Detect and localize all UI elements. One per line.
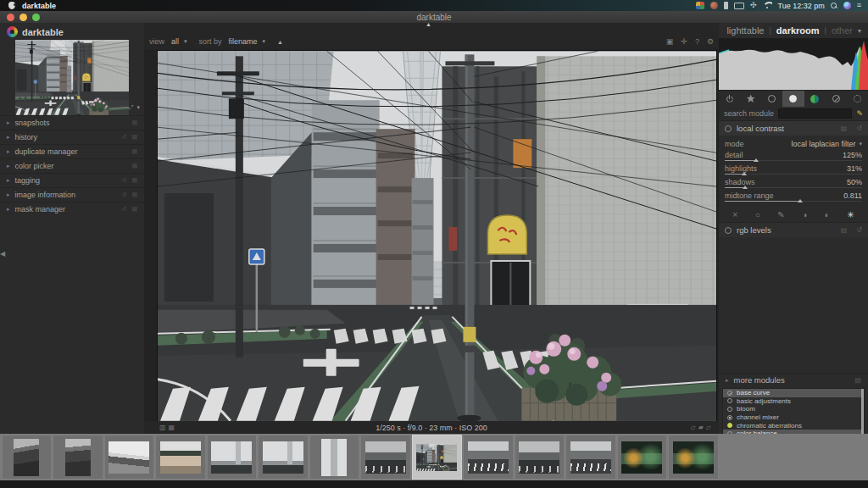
scrollbar[interactable] xyxy=(861,389,864,440)
highlights-slider[interactable]: highlights31% xyxy=(725,164,862,177)
module-mask-manager[interactable]: ▸ mask manager ↺ ▤ xyxy=(0,202,144,216)
overlays-icon[interactable]: ✛ xyxy=(681,37,687,46)
midtone-range-slider[interactable]: midtone range0.811 xyxy=(725,191,862,204)
tab-lighttable[interactable]: lighttable xyxy=(726,25,764,36)
wifi-icon[interactable] xyxy=(763,2,772,9)
chevron-down-icon[interactable]: ▾ xyxy=(184,38,187,45)
filmstrip-thumbnail[interactable] xyxy=(617,435,668,480)
tab-darkroom[interactable]: darkroom xyxy=(776,25,820,36)
status-round-app-icon[interactable] xyxy=(710,2,718,9)
presets-icon[interactable]: ▤ xyxy=(131,134,137,141)
filmstrip-thumbnail[interactable] xyxy=(565,435,616,480)
slider-handle[interactable] xyxy=(742,172,747,175)
more-module-base-curve[interactable]: base curve xyxy=(723,389,864,397)
module-tagging[interactable]: ▸ tagging ↺ ▤ xyxy=(0,173,144,187)
presets-icon[interactable]: ▤ xyxy=(131,191,137,198)
expand-top-panel-icon[interactable]: ▲ xyxy=(426,21,431,27)
blend-parametric-mask-icon[interactable]: ◑ xyxy=(802,210,807,219)
more-modules-header[interactable]: ▸ more modules ▤ xyxy=(719,373,868,386)
apple-menu-icon[interactable] xyxy=(8,2,15,9)
more-module-basic-adjustments[interactable]: basic adjustments xyxy=(723,397,864,406)
filmstrip-thumbnail[interactable] xyxy=(360,435,411,480)
presets-icon[interactable]: ▤ xyxy=(854,376,861,384)
more-module-chromatic-aberrations[interactable]: chromatic aberrations xyxy=(723,421,864,430)
module-snapshots[interactable]: ▸ snapshots ▤ xyxy=(0,115,144,130)
display-toggle-icons[interactable]: ▱▰▱ xyxy=(691,424,714,431)
shadows-slider[interactable]: shadows50% xyxy=(725,177,862,191)
module-color-picker[interactable]: ▸ color picker ▤ xyxy=(0,158,144,173)
more-module-bloom[interactable]: bloom xyxy=(723,405,864,413)
blend-uniform-icon[interactable]: ○ xyxy=(755,210,760,219)
slider-handle[interactable] xyxy=(754,158,759,162)
tab-basic-group[interactable] xyxy=(761,91,782,107)
presets-icon[interactable]: ▤ xyxy=(841,226,848,234)
presets-icon[interactable]: ▤ xyxy=(131,206,137,213)
view-select[interactable]: all xyxy=(171,37,179,46)
chevron-down-icon[interactable]: ▾ xyxy=(858,27,861,35)
zoom-fit-icon[interactable]: ⤢ ▾ xyxy=(129,104,141,111)
presets-icon[interactable]: ▤ xyxy=(131,148,137,155)
filmstrip-thumbnail[interactable] xyxy=(104,435,155,480)
blend-drawn-parametric-icon[interactable]: ◐ xyxy=(825,210,830,219)
preferences-gear-icon[interactable]: ⚙ xyxy=(707,37,714,46)
sort-select[interactable]: filename xyxy=(229,37,258,46)
blend-drawn-mask-icon[interactable]: ✎ xyxy=(777,210,784,219)
status-colorful-app-icon[interactable] xyxy=(696,2,704,9)
spotlight-search-icon[interactable] xyxy=(831,3,837,9)
pencil-icon[interactable]: ✎ xyxy=(856,109,863,118)
slider-handle[interactable] xyxy=(798,199,803,202)
tab-effects-group[interactable] xyxy=(847,91,868,107)
slider-handle[interactable] xyxy=(743,186,748,189)
reset-icon[interactable]: ↺ xyxy=(856,226,862,234)
reset-icon[interactable]: ↺ xyxy=(122,177,127,184)
filmstrip-thumbnail[interactable] xyxy=(155,435,206,480)
detail-slider[interactable]: detail125% xyxy=(725,150,862,164)
tab-color-group[interactable] xyxy=(804,91,826,107)
darkroom-canvas[interactable] xyxy=(144,49,719,421)
filmstrip-thumbnail-selected[interactable] xyxy=(412,435,463,480)
grouping-icon[interactable]: ▣ xyxy=(666,37,674,46)
module-image-information[interactable]: ▸ image information ↺ ▤ xyxy=(0,187,144,202)
module-history[interactable]: ▸ history ↺ ▤ xyxy=(0,130,144,144)
histogram[interactable] xyxy=(719,38,868,90)
filmstrip-thumbnail[interactable] xyxy=(207,435,258,480)
blend-off-icon[interactable]: × xyxy=(732,210,737,219)
tab-active-modules[interactable] xyxy=(719,91,740,107)
filmstrip-thumbnail[interactable] xyxy=(515,435,565,480)
presets-icon[interactable]: ▤ xyxy=(131,177,137,184)
module-power-icon[interactable] xyxy=(725,125,732,132)
app-menu[interactable]: darktable xyxy=(22,2,56,10)
tab-correction-group[interactable] xyxy=(826,91,847,107)
reset-icon[interactable]: ↺ xyxy=(122,191,127,198)
chevron-down-icon[interactable]: ▾ xyxy=(263,38,266,45)
presets-icon[interactable]: ▤ xyxy=(841,125,848,132)
help-icon[interactable]: ? xyxy=(695,37,699,46)
reset-icon[interactable]: ↺ xyxy=(856,125,862,132)
menubar-clock[interactable]: Tue 12:32 pm xyxy=(778,2,825,10)
more-module-channel-mixer[interactable]: channel mixer xyxy=(723,413,864,422)
tab-tone-group-active[interactable] xyxy=(782,91,804,107)
filmstrip-thumbnail[interactable] xyxy=(463,435,514,480)
navigation-thumbnail[interactable] xyxy=(15,40,129,115)
search-module-input[interactable] xyxy=(778,108,852,119)
notification-center-icon[interactable]: ≡ xyxy=(857,2,861,9)
siri-icon[interactable] xyxy=(843,2,851,9)
filmstrip-thumbnail[interactable] xyxy=(53,435,103,480)
photo-street-scene[interactable] xyxy=(158,51,716,421)
module-power-icon[interactable] xyxy=(725,227,732,234)
mode-combobox[interactable]: mode local laplacian filter ▾ xyxy=(725,138,862,150)
collapse-left-panel-icon[interactable]: ◀ xyxy=(0,250,5,258)
filmstrip-thumbnail[interactable] xyxy=(2,435,53,480)
filmstrip-thumbnail[interactable] xyxy=(309,435,360,480)
module-duplicate-manager[interactable]: ▸ duplicate manager ▤ xyxy=(0,144,144,158)
filmstrip-thumbnail[interactable] xyxy=(668,435,719,480)
accessibility-icon[interactable]: ✣ xyxy=(750,2,757,9)
tab-other[interactable]: other xyxy=(832,25,853,36)
display-icon[interactable] xyxy=(734,3,744,9)
sort-ascending-icon[interactable]: ▲ xyxy=(277,39,283,45)
blend-raster-mask-icon[interactable]: ✳ xyxy=(847,210,854,219)
filmstrip-thumbnail[interactable] xyxy=(258,435,309,480)
overlay-squares-icon[interactable]: ▥▦ xyxy=(159,424,177,431)
tab-favorite-modules[interactable] xyxy=(740,91,761,107)
presets-icon[interactable]: ▤ xyxy=(131,163,137,169)
